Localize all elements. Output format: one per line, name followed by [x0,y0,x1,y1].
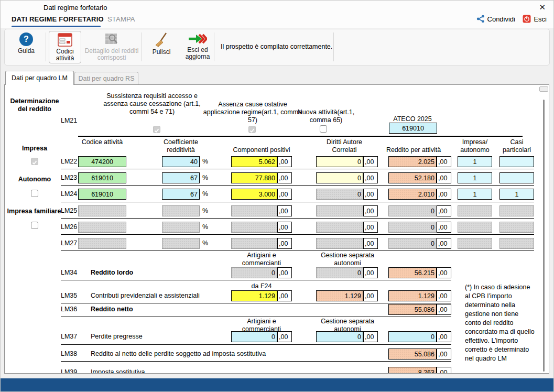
broom-icon [155,32,168,47]
casi-particolari-field[interactable] [499,172,534,183]
coefficiente-field [162,222,200,233]
row-divider [61,185,534,186]
row-divider [61,251,534,251]
reddito-lordo-totale-field[interactable]: 56.215 [388,267,437,278]
reddito-attivita-field[interactable]: 2.010 [388,189,437,200]
impresa-autonomo-field [458,222,492,233]
col-header-componenti: Componenti positivi [229,146,294,154]
codice-attivita-field[interactable]: 619010 [78,189,126,200]
impresa-autonomo-field[interactable]: 1 [458,172,492,183]
contributi-f24-field[interactable]: 1.129 [231,290,277,301]
decimal-box: ,00 [437,238,451,249]
casi-particolari-field [499,222,534,233]
header-cause-ostative: Assenza cause ostative applicazione regi… [201,101,305,124]
pulisci-button[interactable]: Pulisci [145,31,178,63]
group-header-da-f24: da F24 [229,282,294,290]
decimal-box: ,00 [277,290,292,301]
coefficiente-field[interactable]: 67 [162,189,200,200]
exit-button[interactable]: Esci [523,15,547,23]
componenti-positivi-field[interactable]: 77.880 [231,172,277,183]
tab-stampa[interactable]: STAMPA [107,15,135,23]
percent-sign: % [202,207,208,214]
row-code: LM22 [61,158,77,166]
decimal-box: ,00 [437,290,451,301]
casi-particolari-field[interactable]: 1 [499,189,534,200]
componenti-positivi-field [231,205,277,216]
perdite-gestione-field[interactable]: 0 [316,331,363,342]
row-divider [61,317,451,317]
exit-update-arrow-icon [188,32,207,45]
share-label: Condividi [487,15,515,23]
toolbar: ? Guida Codici attività Dettaglio dei re… [4,29,550,66]
scrollbar-top-button[interactable] [539,86,548,92]
active-tab-underline [12,26,101,27]
decimal-box: ,00 [437,222,451,233]
decimal-box: ,00 [363,222,378,233]
reddito-netto-perdite-field[interactable]: 55.086 [388,349,437,360]
row-divider [61,202,534,202]
toolbar-separator [333,32,334,61]
table-row-lm25: LM25 % ,00 ,00 0 ,00 [5,205,549,218]
contributi-totale-field[interactable]: 1.129 [388,290,437,301]
reddito-attivita-field[interactable]: 52.180 [388,172,437,183]
casi-particolari-field[interactable] [499,156,534,167]
table-row-lm27: LM27 % ,00 ,00 0 ,00 [5,238,549,251]
reddito-attivita-field: 0 [388,222,437,233]
impresa-autonomo-field[interactable]: 1 [458,189,492,200]
row-label: Contributi previdenziali e assistenziali [91,292,200,300]
header-nuova-attivita: Nuova attività(art.1, comma 65) [290,108,362,124]
close-icon[interactable]: ✕ [539,3,546,12]
checkbox-nuova-attivita[interactable] [320,125,327,133]
share-button[interactable]: Condividi [476,15,515,23]
impresa-autonomo-field [458,205,492,216]
perdite-totale-field[interactable]: 0 [388,331,437,342]
reddito-netto-field[interactable]: 55.086 [388,304,437,315]
toolbar-separator [214,32,214,61]
codice-attivita-field [78,238,126,249]
reddito-attivita-field: 0 [388,205,437,216]
decimal-box: ,00 [363,290,378,301]
row-label: Reddito netto [91,306,133,313]
codice-attivita-field[interactable]: 619010 [78,172,126,183]
casi-particolari-field [499,205,534,216]
decimal-box: ,00 [363,205,378,216]
esci-aggiorna-button[interactable]: Esci ed aggiorna [179,31,216,63]
diritti-autore-field[interactable]: 0 [316,156,363,167]
table-row-lm26: LM26 % ,00 ,00 0 ,00 [5,222,549,234]
codice-attivita-field[interactable]: 474200 [78,156,126,167]
ateco-field[interactable]: 619010 [389,123,437,134]
col-header-codice: Codice attività [79,138,125,146]
coefficiente-field[interactable]: 67 [162,172,200,183]
table-row-lm34: LM34 Reddito lordo 0 ,00 0 ,00 56.215 ,0… [5,267,549,280]
decimal-box: ,00 [277,267,292,278]
decimal-box: ,00 [437,267,451,278]
window-title: Dati regime forfetario [44,4,107,12]
row-code-lm21: LM21 [61,117,77,125]
casi-particolari-field [499,238,534,249]
subtab-dati-quadro-rs[interactable]: Dati per quadro RS [74,72,138,85]
impresa-autonomo-field[interactable]: 1 [458,156,492,167]
imposta-sostitutiva-field[interactable]: 8.263 [388,367,437,374]
subtab-dati-quadro-lm[interactable]: Dati per quadro LM [5,71,74,85]
decimal-box: ,00 [277,172,292,183]
vertical-scrollbar[interactable] [543,100,545,372]
diritti-autore-field[interactable]: 0 [316,172,363,183]
codici-attivita-label: Codici attività [49,48,81,62]
tab-dati-regime-forfetario[interactable]: DATI REGIME FORFETARIO [12,15,104,23]
codice-attivita-field [78,205,126,216]
contributi-gestione-field[interactable]: 1.129 [316,290,363,301]
componenti-positivi-field[interactable]: 3.000 [231,189,277,200]
perdite-artigiani-field[interactable]: 0 [231,331,277,342]
coefficiente-field[interactable]: 40 [162,156,200,167]
reddito-attivita-field[interactable]: 2.025 [388,156,437,167]
guida-label: Guida [18,48,35,55]
checkbox-cause-ostative [248,126,256,133]
diritti-autore-field [316,238,363,249]
row-divider [61,361,451,362]
decimal-box: ,00 [277,331,292,342]
row-code: LM34 [61,269,77,277]
componenti-positivi-field[interactable]: 5.062 [231,156,277,167]
codici-attivita-button[interactable]: Codici attività [49,31,81,63]
checkmark-icon [154,127,160,134]
guida-button[interactable]: ? Guida [10,31,42,63]
